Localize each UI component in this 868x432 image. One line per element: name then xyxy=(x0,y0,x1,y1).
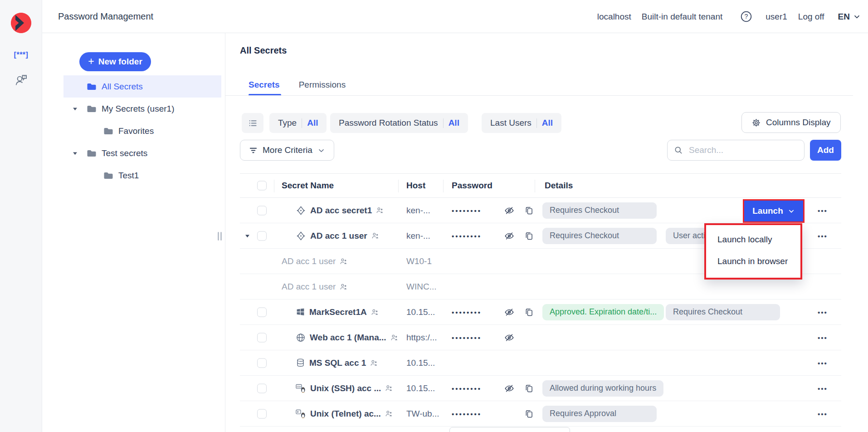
list-icon xyxy=(248,118,258,128)
row-checkbox[interactable] xyxy=(257,206,267,215)
status-badge: Allowed during working hours xyxy=(542,380,663,397)
people-icon xyxy=(340,257,348,265)
secret-name[interactable]: Unix (SSH) acc ... xyxy=(310,383,381,393)
select-all-checkbox[interactable] xyxy=(257,181,267,191)
password-mask: •••••••• xyxy=(452,410,482,417)
secret-name[interactable]: MarkSecret1A xyxy=(309,307,367,317)
row-checkbox[interactable] xyxy=(257,358,267,368)
launch-label: Launch xyxy=(752,206,783,216)
list-view-toggle-button[interactable] xyxy=(242,113,263,133)
password-mask: •••••••• xyxy=(452,334,482,341)
more-criteria-button[interactable]: More Criteria xyxy=(240,140,334,161)
sidebar-item-label: My Secrets (user1) xyxy=(102,104,174,114)
status-badge: Requires Checkout xyxy=(542,202,657,219)
people-icon xyxy=(370,359,378,367)
secret-name[interactable]: AD acc secret1 xyxy=(310,206,372,216)
caret-down-icon[interactable] xyxy=(72,150,78,156)
menu-item-launch-in-browser[interactable]: Launch in browser xyxy=(706,250,800,272)
tab-permissions[interactable]: Permissions xyxy=(299,80,346,90)
launch-button[interactable]: Launch xyxy=(744,201,803,221)
secret-name[interactable]: AD acc 1 user xyxy=(310,231,367,241)
secret-name[interactable]: Unix (Telnet) ac... xyxy=(310,409,381,419)
horizontal-scrollbar-partial[interactable] xyxy=(449,427,570,432)
row-more-button[interactable]: ••• xyxy=(818,359,828,367)
host-value: https:/... xyxy=(406,333,437,343)
sidebar-resize-handle[interactable] xyxy=(218,232,222,241)
filter-last-users[interactable]: Last Users All xyxy=(482,113,561,133)
copy-icon[interactable] xyxy=(524,409,534,418)
copy-icon[interactable] xyxy=(524,231,534,241)
add-button[interactable]: Add xyxy=(810,140,841,161)
caret-down-icon[interactable] xyxy=(72,106,78,112)
host-label: localhost xyxy=(597,12,631,22)
password-mask: •••••••• xyxy=(452,232,482,240)
eye-off-icon[interactable] xyxy=(504,231,514,241)
folder-icon xyxy=(103,170,114,181)
sidebar-item-test1[interactable]: Test1 xyxy=(42,164,225,187)
globe-icon xyxy=(296,333,306,343)
row-checkbox[interactable] xyxy=(257,383,267,393)
filter-type[interactable]: Type All xyxy=(269,113,327,133)
new-folder-label: New folder xyxy=(98,57,142,67)
filter-type-value: All xyxy=(307,118,318,128)
filter-rotation-status[interactable]: Password Rotation Status All xyxy=(330,113,468,133)
secret-name[interactable]: Web acc 1 (Mana... xyxy=(310,333,386,343)
row-checkbox[interactable] xyxy=(257,333,267,342)
row-checkbox[interactable] xyxy=(257,409,267,418)
copy-icon[interactable] xyxy=(524,383,534,393)
row-checkbox[interactable] xyxy=(257,231,267,241)
sidebar-item-favorites[interactable]: Favorites xyxy=(42,120,225,142)
filter-rotation-value: All xyxy=(449,118,459,128)
svg-text:?: ? xyxy=(24,75,25,79)
user-help-icon[interactable]: ? xyxy=(0,74,42,87)
people-icon xyxy=(376,206,384,215)
plus-icon: + xyxy=(88,56,94,67)
people-icon xyxy=(390,334,399,342)
topbar-right: localhost Built-in default tenant ? user… xyxy=(597,0,861,33)
secret-name[interactable]: MS SQL acc 1 xyxy=(309,358,366,368)
search-input[interactable] xyxy=(688,145,801,156)
people-icon xyxy=(385,410,393,418)
database-icon xyxy=(296,358,305,368)
eye-off-icon[interactable] xyxy=(504,206,514,216)
row-checkbox[interactable] xyxy=(257,307,267,317)
eye-off-icon[interactable] xyxy=(504,333,514,343)
columns-display-button[interactable]: Columns Display xyxy=(741,112,841,133)
people-icon xyxy=(340,283,348,291)
eye-off-icon[interactable] xyxy=(504,307,514,317)
row-expander-caret[interactable] xyxy=(244,233,250,239)
menu-item-launch-locally[interactable]: Launch locally xyxy=(706,229,800,250)
password-module-icon[interactable]: [***] xyxy=(0,51,42,59)
password-mask: •••••••• xyxy=(452,384,482,392)
people-icon xyxy=(371,232,380,240)
filter-icon xyxy=(249,146,258,155)
row-more-button[interactable]: ••• xyxy=(818,206,828,214)
row-more-button[interactable]: ••• xyxy=(818,232,828,240)
copy-icon[interactable] xyxy=(524,206,534,215)
copy-icon[interactable] xyxy=(524,307,534,317)
logoff-link[interactable]: Log off xyxy=(798,12,824,22)
secret-name: AD acc 1 user xyxy=(282,282,336,292)
filter-last-users-label: Last Users xyxy=(490,118,532,128)
more-criteria-label: More Criteria xyxy=(263,145,312,155)
new-folder-button[interactable]: + New folder xyxy=(79,52,151,71)
user-name[interactable]: user1 xyxy=(766,12,787,22)
row-more-button[interactable]: ••• xyxy=(818,410,828,417)
row-more-button[interactable]: ••• xyxy=(818,384,828,392)
sidebar-item-my-secrets-user1[interactable]: My Secrets (user1) xyxy=(42,98,225,120)
password-management-app: Password Management localhost Built-in d… xyxy=(0,0,868,432)
gear-icon xyxy=(751,118,761,128)
people-icon xyxy=(385,384,393,393)
sidebar-item-all-secrets[interactable]: All Secrets xyxy=(42,75,225,98)
app-logo[interactable] xyxy=(11,13,31,33)
tab-secrets[interactable]: Secrets xyxy=(249,80,280,90)
sidebar-item-test-secrets[interactable]: Test secrets xyxy=(42,142,225,164)
sidebar-divider xyxy=(225,33,225,432)
row-more-button[interactable]: ••• xyxy=(818,334,828,341)
table-row-unix-ssh-acc: SSHUnix (SSH) acc ...10.15...••••••••All… xyxy=(240,376,841,401)
eye-off-icon[interactable] xyxy=(504,383,514,393)
password-mask: •••••••• xyxy=(452,206,482,214)
language-selector[interactable]: EN xyxy=(838,12,861,22)
help-icon[interactable]: ? xyxy=(740,10,752,23)
row-more-button[interactable]: ••• xyxy=(818,308,828,316)
